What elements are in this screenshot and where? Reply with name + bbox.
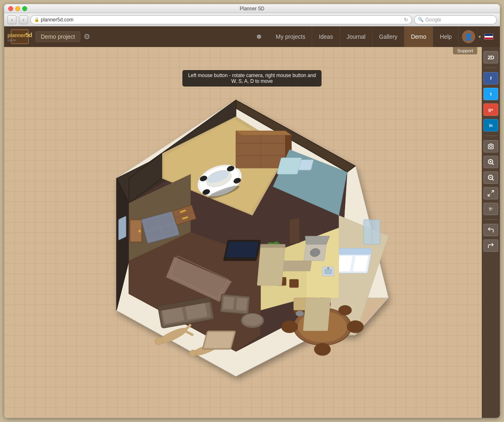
divider-1 bbox=[485, 68, 497, 68]
twitter-button[interactable]: t bbox=[483, 88, 498, 100]
nav-demo[interactable]: Demo bbox=[404, 26, 433, 47]
divider-3 bbox=[485, 219, 497, 220]
svg-rect-28 bbox=[299, 160, 314, 170]
svg-point-108 bbox=[243, 314, 262, 326]
user-area: 👤 ▼ bbox=[462, 30, 493, 43]
divider-2 bbox=[485, 136, 497, 136]
logo-area: planner5d studio bbox=[11, 29, 29, 44]
reload-icon[interactable]: ↻ bbox=[404, 17, 408, 23]
svg-rect-27 bbox=[277, 158, 302, 174]
browser-titlebar: Planner 5D bbox=[4, 4, 500, 13]
svg-point-45 bbox=[347, 321, 364, 333]
svg-rect-100 bbox=[324, 269, 332, 274]
tooltip: Left mouse button - rotate camera, right… bbox=[182, 70, 322, 87]
svg-point-51 bbox=[296, 311, 304, 316]
browser-toolbar: ‹ › 🔒 planner5d.com ↻ 🔍 Google bbox=[4, 13, 500, 26]
linkedin-button[interactable]: in bbox=[483, 119, 498, 131]
minimize-button[interactable] bbox=[15, 6, 20, 11]
logo-text: planner5d studio bbox=[7, 31, 32, 42]
svg-point-109 bbox=[490, 145, 492, 148]
google-plus-button[interactable]: g+ bbox=[483, 103, 498, 116]
language-flag[interactable] bbox=[484, 34, 493, 40]
svg-line-111 bbox=[492, 163, 493, 164]
zoom-out-button[interactable] bbox=[483, 171, 498, 184]
search-placeholder: Google bbox=[425, 17, 441, 23]
undo-button[interactable] bbox=[483, 224, 498, 236]
nav-ideas[interactable]: Ideas bbox=[312, 26, 340, 47]
nav-journal[interactable]: Journal bbox=[340, 26, 373, 47]
nav-help[interactable]: Help bbox=[433, 26, 459, 47]
nav-dot bbox=[257, 35, 261, 39]
right-sidebar: 2D f t g+ in bbox=[482, 47, 500, 418]
svg-rect-104 bbox=[223, 296, 235, 309]
address-text: planner5d.com bbox=[41, 17, 73, 23]
nav-links: My projects Ideas Journal Gallery Demo H… bbox=[269, 26, 459, 47]
user-avatar[interactable]: 👤 bbox=[462, 30, 475, 43]
floorplan-svg bbox=[75, 96, 397, 393]
dropdown-arrow[interactable]: ▼ bbox=[478, 35, 482, 39]
svg-line-118 bbox=[488, 194, 490, 196]
svg-point-101 bbox=[327, 267, 329, 269]
svg-rect-33 bbox=[338, 249, 372, 255]
forward-button[interactable]: › bbox=[19, 15, 28, 24]
search-bar[interactable]: 🔍 Google bbox=[414, 15, 497, 24]
svg-rect-76 bbox=[226, 242, 259, 258]
browser-title: Planner 5D bbox=[240, 6, 264, 12]
project-name[interactable]: Demo project bbox=[35, 31, 80, 42]
svg-point-73 bbox=[138, 230, 141, 232]
svg-marker-40 bbox=[304, 236, 330, 244]
support-button[interactable]: Support bbox=[453, 47, 477, 54]
view-2d-button[interactable]: 2D bbox=[483, 51, 498, 63]
screenshot-button[interactable] bbox=[483, 140, 498, 152]
svg-rect-34 bbox=[337, 256, 353, 272]
zoom-in-button[interactable] bbox=[483, 156, 498, 168]
close-button[interactable] bbox=[8, 6, 13, 11]
svg-rect-35 bbox=[352, 256, 369, 272]
svg-rect-97 bbox=[257, 244, 285, 286]
svg-marker-25 bbox=[236, 131, 292, 135]
nav-my-projects[interactable]: My projects bbox=[269, 26, 313, 47]
browser-window: Planner 5D ‹ › 🔒 planner5d.com ↻ 🔍 Googl… bbox=[4, 4, 500, 418]
svg-point-49 bbox=[338, 305, 352, 315]
svg-rect-98 bbox=[260, 244, 285, 248]
facebook-button[interactable]: f bbox=[483, 72, 498, 84]
back-button[interactable]: ‹ bbox=[7, 15, 16, 24]
svg-rect-69 bbox=[204, 332, 234, 348]
lock-icon: 🔒 bbox=[34, 17, 39, 22]
svg-point-47 bbox=[314, 343, 331, 356]
svg-rect-106 bbox=[303, 298, 331, 331]
units-button[interactable]: ft² bbox=[483, 203, 498, 215]
app-header: planner5d studio Demo project ⚙ My proje… bbox=[4, 26, 500, 47]
floorplan-canvas[interactable] bbox=[75, 96, 397, 393]
svg-rect-96 bbox=[289, 279, 299, 288]
fit-view-button[interactable] bbox=[483, 187, 498, 199]
svg-line-117 bbox=[492, 190, 494, 192]
svg-rect-105 bbox=[236, 298, 248, 311]
search-icon: 🔍 bbox=[418, 17, 424, 22]
svg-line-115 bbox=[492, 179, 493, 180]
redo-button[interactable] bbox=[483, 239, 498, 252]
window-controls bbox=[8, 6, 27, 11]
svg-rect-82 bbox=[289, 218, 300, 244]
main-viewport[interactable]: Left mouse button - rotate camera, right… bbox=[4, 47, 500, 418]
maximize-button[interactable] bbox=[22, 6, 27, 11]
settings-button[interactable]: ⚙ bbox=[84, 32, 90, 41]
app-area: planner5d studio Demo project ⚙ My proje… bbox=[4, 26, 500, 418]
address-bar[interactable]: 🔒 planner5d.com ↻ bbox=[30, 15, 412, 24]
nav-gallery[interactable]: Gallery bbox=[373, 26, 404, 47]
svg-point-44 bbox=[281, 321, 298, 333]
logo-box[interactable]: planner5d studio bbox=[11, 29, 29, 44]
